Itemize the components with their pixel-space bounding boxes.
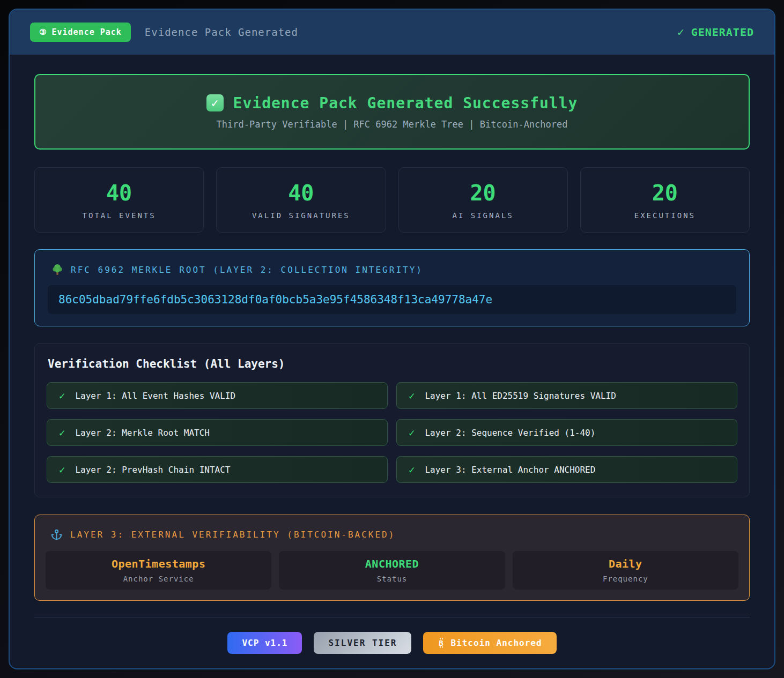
stat-label: AI SIGNALS	[452, 211, 513, 220]
anchor-frequency-card: Daily Frequency	[513, 551, 738, 590]
anchor-status-value: ANCHORED	[365, 557, 419, 570]
stat-value: 20	[652, 181, 678, 205]
stat-label: EXECUTIONS	[634, 211, 696, 220]
checklist-item-label: Layer 2: PrevHash Chain INTACT	[75, 465, 230, 475]
evidence-pack-badge-label: Evidence Pack	[51, 27, 121, 37]
vcp-version-badge[interactable]: VCP v1.1	[227, 632, 302, 654]
stat-card-valid-signatures: 40 VALID SIGNATURES	[216, 167, 386, 233]
merkle-root-section: RFC 6962 MERKLE ROOT (LAYER 2: COLLECTIO…	[34, 249, 750, 326]
generated-status: ✓ GENERATED	[677, 26, 754, 39]
layer3-heading: LAYER 3: EXTERNAL VERIFIABILITY (BITCOIN…	[51, 529, 738, 540]
check-icon: ✓	[59, 464, 65, 475]
vcp-version-label: VCP v1.1	[242, 638, 287, 648]
check-icon: ✓	[409, 427, 415, 438]
checklist-item-merkle-root-match: ✓ Layer 2: Merkle Root MATCH	[47, 419, 388, 446]
checklist-item-ed25519-signatures: ✓ Layer 1: All ED25519 Signatures VALID	[396, 382, 737, 409]
merkle-root-heading: RFC 6962 MERKLE ROOT (LAYER 2: COLLECTIO…	[52, 264, 736, 275]
check-icon: ✓	[59, 390, 65, 401]
checklist-item-sequence-verified: ✓ Layer 2: Sequence Verified (1-40)	[396, 419, 737, 446]
check-icon: ✓	[677, 26, 685, 39]
success-banner-title-row: ✓ Evidence Pack Generated Successfully	[206, 94, 578, 112]
anchor-service-card: OpenTimestamps Anchor Service	[46, 551, 271, 590]
bitcoin-anchored-label: Bitcoin Anchored	[450, 638, 542, 648]
check-icon: ✓	[409, 390, 415, 401]
stat-card-total-events: 40 TOTAL EVENTS	[34, 167, 204, 233]
success-banner-subtitle: Third-Party Verifiable | RFC 6962 Merkle…	[216, 119, 567, 130]
stat-value: 40	[106, 181, 132, 205]
check-icon: ✓	[59, 427, 65, 438]
checklist-item-prevhash-chain: ✓ Layer 2: PrevHash Chain INTACT	[47, 456, 388, 483]
stat-label: VALID SIGNATURES	[252, 211, 350, 220]
stat-value: 20	[470, 181, 496, 205]
circled-number-icon: ③	[39, 27, 47, 37]
anchor-status-card: ANCHORED Status	[279, 551, 505, 590]
anchor-status-label: Status	[377, 575, 408, 583]
layer3-heading-label: LAYER 3: EXTERNAL VERIFIABILITY (BITCOIN…	[70, 530, 395, 540]
anchor-service-value: OpenTimestamps	[112, 557, 206, 570]
silver-tier-badge[interactable]: SILVER TIER	[314, 632, 411, 654]
footer-badges: VCP v1.1 SILVER TIER B Bitcoin Anchored	[34, 632, 750, 654]
stats-row: 40 TOTAL EVENTS 40 VALID SIGNATURES 20 A…	[34, 167, 750, 233]
evidence-pack-badge: ③ Evidence Pack	[30, 23, 131, 42]
svg-text:B: B	[439, 639, 444, 647]
anchor-frequency-value: Daily	[609, 557, 642, 570]
bitcoin-icon: B	[438, 638, 445, 648]
checklist-item-label: Layer 1: All ED25519 Signatures VALID	[425, 391, 616, 401]
checklist-item-event-hashes: ✓ Layer 1: All Event Hashes VALID	[47, 382, 388, 409]
header-bar: ③ Evidence Pack Evidence Pack Generated …	[10, 10, 774, 55]
layer3-cards: OpenTimestamps Anchor Service ANCHORED S…	[46, 551, 738, 590]
checklist-item-label: Layer 2: Sequence Verified (1-40)	[425, 428, 595, 438]
generated-status-label: GENERATED	[691, 26, 754, 39]
success-banner: ✓ Evidence Pack Generated Successfully T…	[34, 74, 750, 150]
layer3-section: LAYER 3: EXTERNAL VERIFIABILITY (BITCOIN…	[34, 515, 750, 601]
footer-divider	[34, 617, 750, 617]
anchor-icon	[51, 529, 62, 540]
merkle-root-heading-label: RFC 6962 MERKLE ROOT (LAYER 2: COLLECTIO…	[71, 265, 423, 275]
page-title: Evidence Pack Generated	[145, 26, 298, 38]
tree-icon	[52, 264, 63, 275]
stat-card-executions: 20 EXECUTIONS	[580, 167, 750, 233]
checklist-item-label: Layer 1: All Event Hashes VALID	[75, 391, 235, 401]
merkle-root-hash: 86c05dbad79ffe6fdb5c3063128df0af0bcb5a3e…	[48, 285, 736, 314]
verification-checklist-section: Verification Checklist (All Layers) ✓ La…	[34, 343, 750, 497]
bitcoin-anchored-badge[interactable]: B Bitcoin Anchored	[423, 632, 556, 654]
stat-label: TOTAL EVENTS	[83, 211, 156, 220]
checkbox-check-icon: ✓	[206, 94, 224, 111]
silver-tier-label: SILVER TIER	[328, 638, 397, 648]
anchor-service-label: Anchor Service	[123, 575, 194, 583]
verification-checklist-grid: ✓ Layer 1: All Event Hashes VALID ✓ Laye…	[47, 382, 737, 483]
check-icon: ✓	[409, 464, 415, 475]
verification-checklist-heading: Verification Checklist (All Layers)	[48, 357, 737, 370]
stat-value: 40	[288, 181, 314, 205]
checklist-item-external-anchor: ✓ Layer 3: External Anchor ANCHORED	[396, 456, 737, 483]
main-content: ✓ Evidence Pack Generated Successfully T…	[10, 55, 774, 654]
evidence-pack-panel: ③ Evidence Pack Evidence Pack Generated …	[9, 9, 775, 669]
stat-card-ai-signals: 20 AI SIGNALS	[398, 167, 568, 233]
checklist-item-label: Layer 2: Merkle Root MATCH	[75, 428, 209, 438]
success-banner-title: Evidence Pack Generated Successfully	[233, 94, 578, 112]
anchor-frequency-label: Frequency	[603, 575, 648, 583]
checklist-item-label: Layer 3: External Anchor ANCHORED	[425, 465, 595, 475]
